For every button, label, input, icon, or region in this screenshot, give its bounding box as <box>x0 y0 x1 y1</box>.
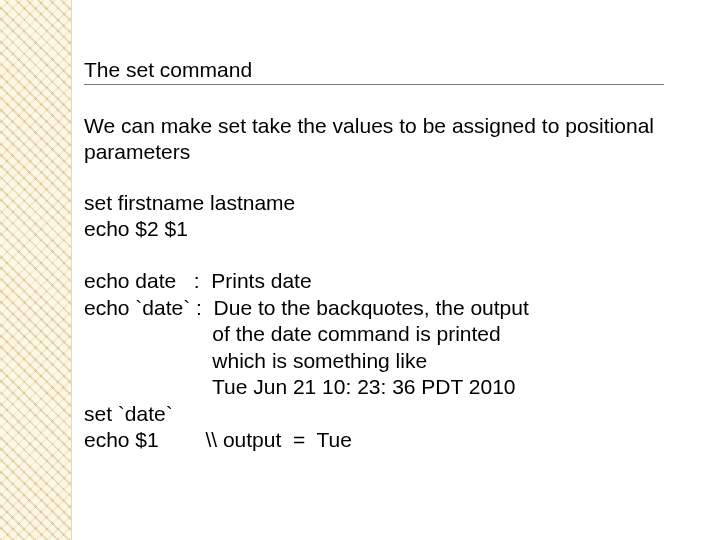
decorative-sidebar-pattern <box>0 0 72 540</box>
slide: The set command We can make set take the… <box>0 0 720 540</box>
slide-title: The set command <box>84 58 664 85</box>
code-block-1: set firstname lastname echo $2 $1 <box>84 190 654 242</box>
intro-paragraph: We can make set take the values to be as… <box>84 113 654 164</box>
code-block-2: echo date : Prints date echo `date` : Du… <box>84 268 674 453</box>
slide-content: The set command We can make set take the… <box>84 58 668 453</box>
